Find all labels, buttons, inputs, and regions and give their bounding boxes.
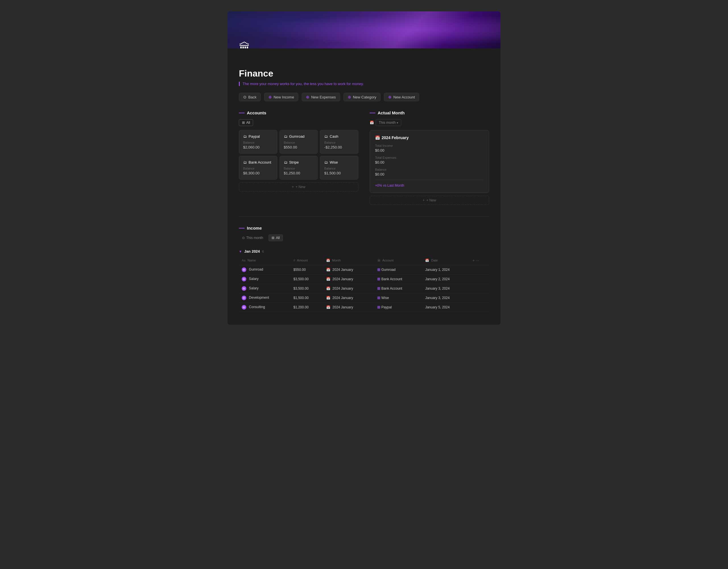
table-row[interactable]: ⊕ Gumroad $550.00 📅 2024 January Gumroad…	[239, 265, 489, 274]
income-filter-tabs: ⊙ This month ⊞ All	[239, 234, 489, 241]
cell-actions	[470, 274, 489, 284]
cell-name: ⊕ Consulting	[239, 303, 291, 312]
calendar-cell-icon: 📅	[326, 296, 330, 300]
view-toggle: ⊞ All	[239, 119, 358, 126]
chip-dot	[377, 297, 380, 299]
cell-amount: $3,500.00	[291, 284, 323, 293]
calendar-cell-icon: 📅	[326, 277, 330, 281]
group-title: Jan 2024	[244, 249, 260, 253]
new-income-button[interactable]: ⊕ New Income	[264, 93, 298, 101]
new-category-button[interactable]: ⊕ New Category	[344, 93, 380, 101]
this-month-button[interactable]: This month ▾	[376, 119, 401, 126]
row-icon: ⊕	[242, 286, 246, 291]
cell-name: ⊕ Development	[239, 293, 291, 303]
bank-col-icon: 🏛	[377, 258, 380, 262]
account-card-stripe[interactable]: 🗂 Stripe Balance $1,250.00	[280, 156, 318, 179]
clock-icon: ⊙	[242, 236, 245, 240]
account-card-gumroad[interactable]: 🗂 Gumroad Balance $550.00	[280, 130, 318, 154]
plus-circle-icon-3: ⊕	[348, 95, 351, 99]
page-subtitle: The more your money works for you, the l…	[239, 82, 489, 86]
row-icon: ⊕	[242, 267, 246, 272]
table-row[interactable]: ⊕ Salary $3,500.00 📅 2024 January Bank A…	[239, 284, 489, 293]
back-button[interactable]: ⊙ Back	[239, 93, 261, 101]
account-icon-paypal: 🗂	[243, 134, 247, 138]
account-card-paypal[interactable]: 🗂 Paypal Balance $2,060.00	[239, 130, 277, 154]
add-account-button[interactable]: + + New	[239, 182, 358, 191]
new-account-button[interactable]: ⊕ New Account	[384, 93, 419, 101]
accounts-section: Accounts ⊞ All 🗂 Paypal Balance	[239, 110, 358, 205]
page-title: Finance	[239, 68, 489, 79]
calendar-icon: 📅	[370, 121, 374, 125]
calendar-cell-icon: 📅	[326, 287, 330, 291]
account-card-wise[interactable]: 🗂 Wise Balance $1,500.00	[320, 156, 358, 179]
table-header-row: Aa Name # Amount 📅 Month 🏛	[239, 256, 489, 265]
group-count: 6	[262, 250, 264, 253]
account-icon-cash: 🗂	[324, 134, 328, 138]
filter-all[interactable]: ⊞ All	[268, 234, 283, 241]
cell-actions	[470, 265, 489, 274]
cell-month: 📅 2024 January	[323, 274, 375, 284]
view-all-button[interactable]: ⊞ All	[239, 119, 253, 126]
plus-col-icon[interactable]: +	[472, 258, 475, 262]
month-card: 📅 2024 February Total Income $0.00 Total…	[370, 130, 489, 193]
income-table: Aa Name # Amount 📅 Month 🏛	[239, 256, 489, 312]
account-icon-wise: 🗂	[324, 160, 328, 164]
section-dash-3	[239, 228, 245, 228]
plus-icon-2: +	[423, 198, 425, 202]
chip-dot	[377, 278, 380, 280]
month-filter-row: 📅 This month ▾	[370, 119, 489, 126]
income-title: Income	[247, 225, 262, 230]
chip-dot	[377, 287, 380, 290]
new-expenses-button[interactable]: ⊕ New Expenses	[302, 93, 340, 101]
table-row[interactable]: ⊕ Salary $3,500.00 📅 2024 January Bank A…	[239, 274, 489, 284]
two-col-layout: Accounts ⊞ All 🗂 Paypal Balance	[239, 110, 489, 205]
page-container: 🏛 Finance The more your money works for …	[227, 11, 501, 325]
account-card-bank[interactable]: 🗂 Bank Account Balance $8,300.00	[239, 156, 277, 179]
col-actions-header: + ···	[470, 256, 489, 265]
col-month: 📅 Month	[323, 256, 375, 265]
add-month-button[interactable]: + + New	[370, 196, 489, 205]
cell-amount: $3,500.00	[291, 274, 323, 284]
income-group-header[interactable]: ▼ Jan 2024 6	[239, 247, 489, 256]
filter-this-month[interactable]: ⊙ This month	[239, 234, 266, 241]
hash-icon: #	[293, 258, 295, 262]
section-separator	[239, 216, 489, 216]
actual-month-header: Actual Month	[370, 110, 489, 115]
row-icon: ⊕	[242, 305, 246, 310]
cell-name: ⊕ Gumroad	[239, 265, 291, 274]
cell-amount: $1,200.00	[291, 303, 323, 312]
cell-account: Bank Account	[375, 274, 422, 284]
calendar-cell-icon: 📅	[326, 305, 330, 309]
chevron-down-icon: ▾	[397, 121, 398, 124]
cell-name: ⊕ Salary	[239, 274, 291, 284]
col-amount: # Amount	[291, 256, 323, 265]
accounts-title: Accounts	[247, 110, 266, 115]
table-row[interactable]: ⊕ Consulting $1,200.00 📅 2024 January Pa…	[239, 303, 489, 312]
chip-dot	[377, 268, 380, 271]
toolbar: ⊙ Back ⊕ New Income ⊕ New Expenses ⊕ New…	[239, 93, 489, 101]
cell-date: January 1, 2024	[422, 265, 470, 274]
cell-actions	[470, 303, 489, 312]
cell-amount: $1,500.00	[291, 293, 323, 303]
income-section-header: Income	[239, 225, 489, 230]
back-icon: ⊙	[243, 95, 247, 99]
row-icon: ⊕	[242, 277, 246, 281]
table-row[interactable]: ⊕ Development $1,500.00 📅 2024 January W…	[239, 293, 489, 303]
calendar-icon-card: 📅	[375, 135, 380, 140]
more-col-icon[interactable]: ···	[476, 258, 479, 262]
account-icon-stripe: 🗂	[284, 160, 288, 164]
cell-actions	[470, 284, 489, 293]
col-account: 🏛 Account	[375, 256, 422, 265]
cell-month: 📅 2024 January	[323, 293, 375, 303]
row-icon: ⊕	[242, 296, 246, 300]
date-col-icon: 📅	[425, 258, 429, 262]
cell-month: 📅 2024 January	[323, 265, 375, 274]
cell-date: January 3, 2024	[422, 284, 470, 293]
account-icon-gumroad: 🗂	[284, 134, 288, 138]
chip-dot	[377, 306, 380, 309]
col-name: Aa Name	[239, 256, 291, 265]
actual-month-title: Actual Month	[378, 110, 405, 115]
plus-icon: +	[292, 185, 294, 189]
account-card-cash[interactable]: 🗂 Cash Balance -$2,250.00	[320, 130, 358, 154]
grid-icon-filter: ⊞	[272, 236, 274, 240]
